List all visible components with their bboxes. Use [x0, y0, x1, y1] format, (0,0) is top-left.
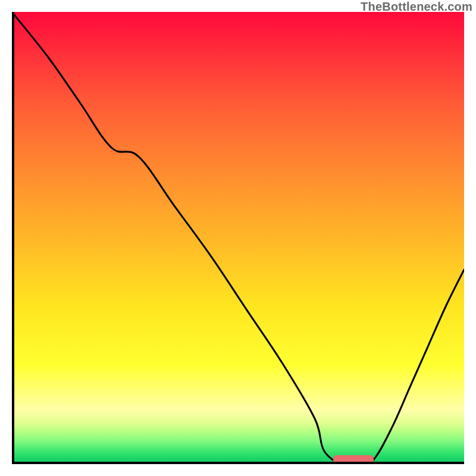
chart-gradient-background — [12, 12, 464, 464]
watermark-text: TheBottleneck.com — [361, 0, 472, 14]
optimal-marker — [333, 455, 374, 464]
bottleneck-chart: TheBottleneck.com — [0, 0, 476, 476]
